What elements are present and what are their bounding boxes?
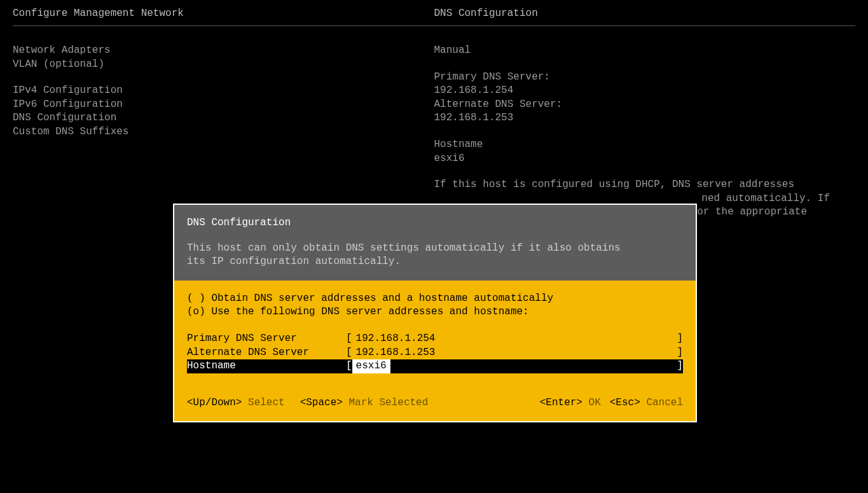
info-alternate-label: Alternate DNS Server: [434,98,856,112]
bracket-close: ] [677,346,683,360]
radio-manual-dns[interactable]: (o) Use the following DNS server address… [187,305,683,319]
bracket-open: [ [346,359,352,373]
header-row: Configure Management Network DNS Configu… [13,8,855,26]
info-primary-value: 192.168.1.254 [434,84,856,98]
info-mode: Manual [434,44,856,58]
alternate-dns-label: Alternate DNS Server [187,346,346,360]
primary-dns-label: Primary DNS Server [187,332,346,346]
menu-item[interactable]: Custom DNS Suffixes [13,125,434,139]
menu-column: Network Adapters VLAN (optional) IPv4 Co… [13,44,434,219]
dialog-title: DNS Configuration [187,216,683,230]
alternate-dns-row[interactable]: Alternate DNS Server [ 192.168.1.253 ] [187,346,683,360]
dialog-header: DNS Configuration This host can only obt… [174,205,696,281]
dialog-subtitle-line1: This host can only obtain DNS settings a… [187,242,683,256]
radio-auto-dns[interactable]: ( ) Obtain DNS server addresses and a ho… [187,292,683,306]
hostname-row[interactable]: Hostname [ esxi6 ] [187,359,683,373]
dialog-footer: <Up/Down> Select <Space> Mark Selected <… [187,396,683,410]
alternate-dns-input[interactable]: 192.168.1.253 [352,346,439,360]
header-left-title: Configure Management Network [13,8,434,19]
bracket-close: ] [677,332,683,346]
esxi-dcui-screen: Configure Management Network DNS Configu… [0,0,868,493]
hint-space: <Space> Mark Selected [300,396,429,410]
primary-dns-row[interactable]: Primary DNS Server [ 192.168.1.254 ] [187,332,683,346]
menu-item[interactable]: IPv6 Configuration [13,98,434,112]
dialog-body: ( ) Obtain DNS server addresses and a ho… [174,281,696,422]
info-hostname-label: Hostname [434,138,856,152]
hostname-input[interactable]: esxi6 [352,359,390,373]
info-primary-label: Primary DNS Server: [434,71,856,85]
dialog-subtitle-line2: its IP configuration automatically. [187,255,683,269]
dns-configuration-dialog: DNS Configuration This host can only obt… [173,204,697,422]
info-help-line1: If this host is configured using DHCP, D… [434,178,856,192]
hostname-label: Hostname [187,359,346,373]
menu-item[interactable]: IPv4 Configuration [13,84,434,98]
info-hostname-value: esxi6 [434,152,856,166]
header-right-title: DNS Configuration [434,8,856,19]
hint-updown: <Up/Down> Select [187,396,285,410]
info-column: Manual Primary DNS Server: 192.168.1.254… [434,44,856,219]
radio-section: ( ) Obtain DNS server addresses and a ho… [187,292,683,319]
menu-item[interactable]: DNS Configuration [13,111,434,125]
hint-enter[interactable]: <Enter> OK [540,396,601,410]
bracket-open: [ [346,332,352,346]
bracket-open: [ [346,346,352,360]
bracket-close: ] [677,359,683,373]
primary-dns-input[interactable]: 192.168.1.254 [352,332,439,346]
info-alternate-value: 192.168.1.253 [434,111,856,125]
menu-item[interactable]: VLAN (optional) [13,58,434,72]
hint-esc[interactable]: <Esc> Cancel [610,396,683,410]
main-content: Network Adapters VLAN (optional) IPv4 Co… [13,44,855,219]
menu-item[interactable]: Network Adapters [13,44,434,58]
